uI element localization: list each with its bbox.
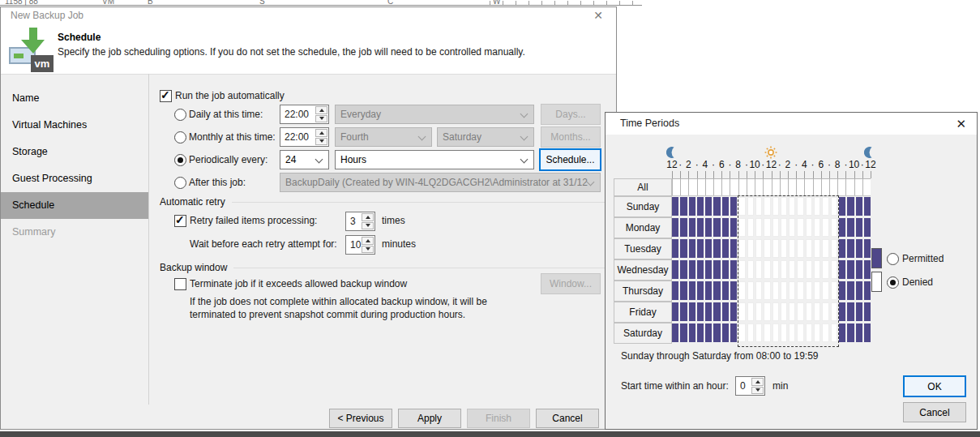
wait-minutes-spinner[interactable]: 10: [345, 235, 375, 255]
time-grid-cell[interactable]: [730, 218, 737, 237]
time-grid-cell[interactable]: [864, 218, 871, 237]
all-row-label[interactable]: All: [614, 178, 672, 196]
time-grid-cell[interactable]: [680, 281, 687, 300]
denied-radio[interactable]: [887, 276, 899, 289]
cancel-button[interactable]: Cancel: [536, 409, 599, 428]
time-grid-cell[interactable]: [864, 302, 871, 321]
time-grid-cell[interactable]: [705, 302, 712, 321]
time-grid-cell[interactable]: [697, 260, 704, 279]
monthly-time-spinner[interactable]: 22:00: [280, 127, 329, 147]
time-grid-cell[interactable]: [730, 239, 737, 258]
time-grid-cell[interactable]: [847, 260, 854, 279]
day-row-label-monday[interactable]: Monday: [614, 217, 672, 238]
time-grid-cell[interactable]: [680, 218, 687, 237]
time-grid-cell[interactable]: [697, 323, 704, 342]
time-grid-cell[interactable]: [864, 197, 871, 216]
time-grid-cell[interactable]: [839, 281, 845, 300]
time-grid-cell[interactable]: [847, 197, 854, 216]
time-grid-cell[interactable]: [672, 239, 678, 258]
day-row-label-sunday[interactable]: Sunday: [614, 196, 672, 217]
time-grid-cell[interactable]: [856, 218, 862, 237]
time-grid-cell[interactable]: [722, 323, 729, 342]
time-grid-cell[interactable]: [713, 302, 720, 321]
time-grid-cell[interactable]: [697, 302, 704, 321]
terminate-checkbox[interactable]: [174, 278, 186, 290]
time-grid-cell[interactable]: [680, 302, 687, 321]
time-grid-cell[interactable]: [730, 197, 737, 216]
time-grid-cell[interactable]: [856, 197, 862, 216]
time-grid-cell[interactable]: [839, 197, 845, 216]
sidebar-item-name[interactable]: Name: [1, 85, 148, 112]
time-grid-cell[interactable]: [689, 281, 695, 300]
time-grid-cell[interactable]: [689, 197, 695, 216]
spin-up-icon[interactable]: [315, 129, 327, 137]
time-grid-cell[interactable]: [672, 197, 678, 216]
time-grid-cell[interactable]: [722, 239, 729, 258]
daily-radio[interactable]: [174, 109, 186, 121]
periodically-unit-combo[interactable]: Hours: [335, 150, 534, 169]
sidebar-item-summary[interactable]: Summary: [1, 219, 148, 246]
time-grid-cell[interactable]: [697, 218, 704, 237]
time-grid-cell[interactable]: [847, 239, 854, 258]
previous-button[interactable]: < Previous: [329, 409, 392, 428]
ok-button[interactable]: OK: [903, 375, 966, 397]
day-row-label-tuesday[interactable]: Tuesday: [614, 238, 672, 259]
time-grid-cell[interactable]: [839, 218, 845, 237]
sidebar-item-guest-processing[interactable]: Guest Processing: [1, 165, 148, 192]
day-row-label-friday[interactable]: Friday: [614, 302, 672, 323]
time-grid-cell[interactable]: [864, 281, 871, 300]
time-grid-cell[interactable]: [864, 239, 871, 258]
time-grid-cell[interactable]: [856, 260, 862, 279]
day-row-label-thursday[interactable]: Thursday: [614, 281, 672, 302]
time-grid-cell[interactable]: [672, 218, 678, 237]
time-grid-cell[interactable]: [713, 260, 720, 279]
time-grid-cell[interactable]: [730, 302, 737, 321]
time-grid-cell[interactable]: [672, 302, 678, 321]
time-grid-cell[interactable]: [847, 302, 854, 321]
spin-down-icon[interactable]: [362, 246, 374, 254]
time-grid-cell[interactable]: [713, 239, 720, 258]
time-grid-cell[interactable]: [680, 323, 687, 342]
spin-down-icon[interactable]: [315, 115, 327, 123]
time-grid-cell[interactable]: [705, 197, 712, 216]
time-grid-cell[interactable]: [689, 302, 695, 321]
after-job-radio[interactable]: [174, 177, 186, 189]
start-time-spinner[interactable]: 0: [735, 376, 765, 396]
time-grid-cell[interactable]: [839, 323, 845, 342]
time-grid-cell[interactable]: [689, 218, 695, 237]
day-row-label-wednesday[interactable]: Wednesday: [614, 259, 672, 281]
spin-down-icon[interactable]: [315, 138, 327, 146]
time-grid-cell[interactable]: [856, 239, 862, 258]
time-grid-cell[interactable]: [680, 197, 687, 216]
time-grid-cell[interactable]: [856, 281, 862, 300]
time-grid-cell[interactable]: [864, 323, 871, 342]
close-icon[interactable]: ✕: [956, 113, 966, 135]
time-grid-cell[interactable]: [705, 323, 712, 342]
time-grid-cell[interactable]: [713, 197, 720, 216]
time-grid-cell[interactable]: [713, 323, 720, 342]
time-grid-cell[interactable]: [697, 197, 704, 216]
spin-up-icon[interactable]: [751, 378, 764, 386]
schedule-button[interactable]: Schedule...: [539, 148, 601, 171]
time-grid-cell[interactable]: [680, 239, 687, 258]
time-grid-cell[interactable]: [839, 260, 845, 279]
time-grid-cell[interactable]: [680, 260, 687, 279]
monthly-radio[interactable]: [174, 131, 186, 144]
time-grid-cell[interactable]: [847, 323, 854, 342]
retry-count-spinner[interactable]: 3: [345, 212, 375, 231]
time-grid-cell[interactable]: [672, 281, 678, 300]
time-grid-cell[interactable]: [847, 218, 854, 237]
time-grid-cell[interactable]: [697, 281, 704, 300]
sidebar-item-storage[interactable]: Storage: [1, 139, 148, 165]
time-grid-cell[interactable]: [847, 281, 854, 300]
spin-up-icon[interactable]: [315, 106, 327, 114]
time-grid-cell[interactable]: [713, 218, 720, 237]
time-grid-cell[interactable]: [722, 218, 729, 237]
apply-button[interactable]: Apply: [398, 409, 461, 428]
periodically-radio[interactable]: [174, 154, 186, 166]
time-grid-cell[interactable]: [864, 260, 871, 279]
time-grid-cell[interactable]: [722, 302, 729, 321]
time-grid-cell[interactable]: [856, 323, 862, 342]
time-grid-cell[interactable]: [672, 260, 678, 279]
time-grid-cell[interactable]: [705, 260, 712, 279]
